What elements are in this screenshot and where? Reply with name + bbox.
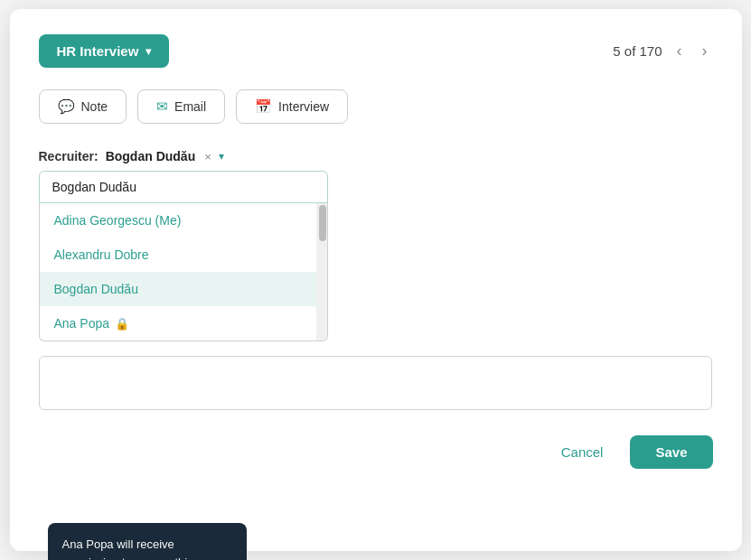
- dropdown-container: Adina Georgescu (Me) Alexandru Dobre Bog…: [39, 171, 328, 341]
- dropdown-item-alexandru[interactable]: Alexandru Dobre: [40, 238, 327, 272]
- dropdown-item-bogdan[interactable]: Bogdan Dudău: [40, 272, 327, 306]
- dropdown-item-adina[interactable]: Adina Georgescu (Me): [40, 203, 327, 238]
- lock-icon: 🔒: [115, 317, 129, 331]
- dropdown-item-label: Alexandru Dobre: [54, 247, 149, 262]
- dropdown-list: Adina Georgescu (Me) Alexandru Dobre Bog…: [39, 203, 328, 341]
- recruiter-value: Bogdan Dudău: [106, 149, 196, 163]
- email-button[interactable]: ✉ Email: [137, 89, 225, 124]
- scrollbar-track: [316, 203, 327, 341]
- stage-chevron-icon: ▾: [146, 45, 151, 58]
- modal-container: HR Interview ▾ 5 of 170 ‹ › 💬 Note ✉ Ema…: [10, 9, 742, 551]
- stage-label: HR Interview: [57, 43, 139, 59]
- note-icon: 💬: [58, 98, 75, 115]
- interview-button[interactable]: 📅 Interview: [236, 89, 348, 124]
- dropdown-item-label: Ana Popa: [54, 316, 110, 331]
- cancel-button[interactable]: Cancel: [545, 435, 620, 469]
- email-label: Email: [174, 99, 206, 114]
- note-label: Note: [81, 99, 108, 114]
- email-icon: ✉: [156, 98, 168, 115]
- recruiter-row: Recruiter: Bogdan Dudău × ▾: [39, 149, 713, 163]
- interview-icon: 📅: [255, 98, 272, 115]
- recruiter-label: Recruiter:: [39, 149, 99, 163]
- pagination-next-button[interactable]: ›: [697, 40, 713, 62]
- dropdown-item-ana[interactable]: Ana Popa 🔒: [40, 306, 327, 341]
- form-text-area[interactable]: [39, 356, 712, 410]
- recruiter-search-input[interactable]: [39, 171, 328, 203]
- footer-buttons: Cancel Save: [39, 435, 713, 469]
- stage-button[interactable]: HR Interview ▾: [39, 34, 170, 68]
- tooltip-text: Ana Popa will receive permission to acce…: [62, 537, 193, 560]
- action-buttons-row: 💬 Note ✉ Email 📅 Interview: [39, 89, 713, 124]
- pagination: 5 of 170 ‹ ›: [613, 40, 712, 62]
- dropdown-item-label: Adina Georgescu (Me): [54, 213, 182, 228]
- note-button[interactable]: 💬 Note: [39, 89, 127, 124]
- interview-label: Interview: [278, 99, 329, 114]
- pagination-count: 5 of 170: [613, 43, 662, 59]
- save-button[interactable]: Save: [630, 435, 712, 469]
- scrollbar-thumb: [319, 205, 326, 241]
- dropdown-area: Adina Georgescu (Me) Alexandru Dobre Bog…: [39, 171, 346, 341]
- tooltip-box: Ana Popa will receive permission to acce…: [48, 523, 247, 560]
- modal-header: HR Interview ▾ 5 of 170 ‹ ›: [39, 34, 713, 68]
- dropdown-item-label: Bogdan Dudău: [54, 282, 138, 296]
- recruiter-chevron-icon[interactable]: ▾: [219, 150, 224, 163]
- recruiter-clear-button[interactable]: ×: [204, 150, 211, 163]
- pagination-prev-button[interactable]: ‹: [671, 40, 688, 62]
